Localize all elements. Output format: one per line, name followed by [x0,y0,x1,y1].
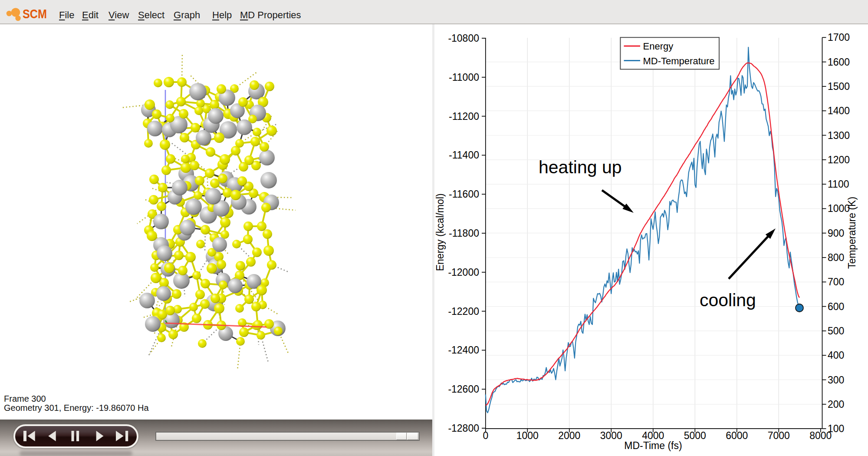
svg-text:6000: 6000 [726,430,748,441]
svg-text:1700: 1700 [828,32,850,43]
svg-text:MD-Time (fs): MD-Time (fs) [624,440,682,451]
svg-text:2000: 2000 [558,430,580,441]
svg-text:SCM: SCM [23,7,47,21]
svg-text:700: 700 [828,276,844,287]
svg-text:-11400: -11400 [449,149,479,161]
svg-text:-11200: -11200 [449,111,479,122]
svg-text:300: 300 [828,374,844,386]
svg-text:0: 0 [483,430,488,441]
svg-text:800: 800 [828,252,844,263]
svg-text:-12400: -12400 [448,344,479,356]
svg-text:1500: 1500 [828,81,850,92]
svg-text:-11800: -11800 [449,228,479,239]
svg-text:1000: 1000 [516,430,539,441]
svg-text:1200: 1200 [828,154,850,165]
svg-text:1400: 1400 [828,105,850,116]
svg-text:5000: 5000 [684,430,706,441]
svg-text:7000: 7000 [768,430,790,441]
svg-text:-12200: -12200 [448,306,479,317]
svg-text:1600: 1600 [828,56,850,68]
svg-text:3000: 3000 [600,430,622,441]
svg-text:200: 200 [828,399,844,410]
svg-text:1300: 1300 [828,130,850,141]
svg-text:heating up: heating up [539,157,622,177]
svg-text:600: 600 [828,301,844,312]
svg-text:Energy (kcal/mol): Energy (kcal/mol) [434,193,446,271]
svg-text:400: 400 [828,350,844,361]
svg-text:-11600: -11600 [449,188,479,200]
svg-text:1100: 1100 [828,178,849,190]
svg-text:MD-Temperature: MD-Temperature [643,56,715,66]
svg-text:-12600: -12600 [448,383,479,395]
svg-text:Temperature (K): Temperature (K) [846,197,858,269]
svg-text:500: 500 [828,325,844,337]
svg-text:900: 900 [828,228,844,239]
svg-text:-12800: -12800 [448,423,479,434]
svg-text:-12000: -12000 [448,267,479,278]
svg-text:cooling: cooling [700,290,756,310]
svg-text:8000: 8000 [809,430,832,441]
svg-text:-10800: -10800 [448,33,479,44]
svg-text:-11000: -11000 [449,72,479,83]
svg-text:Energy: Energy [643,41,674,52]
